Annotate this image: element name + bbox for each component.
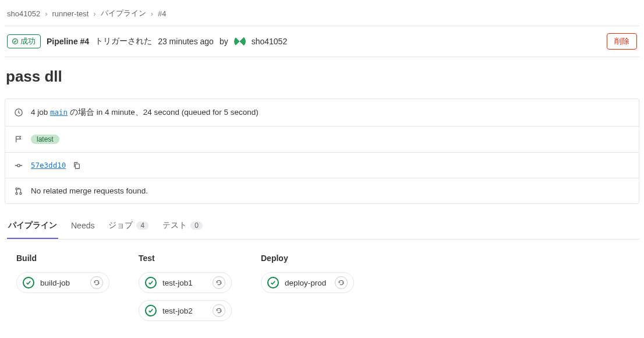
copy-icon[interactable]	[73, 161, 81, 170]
job-name: build-job	[40, 279, 84, 287]
pipeline-id: Pipeline #4	[47, 37, 89, 46]
stage-build: Build build-job	[16, 254, 109, 321]
jobs-count-badge: 4	[136, 221, 148, 230]
time-ago: 23 minutes ago	[158, 37, 214, 46]
chevron-right-icon: ›	[93, 9, 95, 18]
retry-icon[interactable]	[90, 276, 103, 289]
job-pill[interactable]: test-job1	[139, 272, 232, 293]
status-label: 成功	[20, 36, 36, 47]
breadcrumb-id: #4	[158, 9, 166, 18]
commit-icon	[15, 161, 24, 170]
job-pill[interactable]: build-job	[16, 272, 109, 293]
pipeline-graph: Build build-job Test test-job1	[5, 240, 639, 335]
retry-icon[interactable]	[213, 304, 225, 317]
retry-icon[interactable]	[335, 276, 348, 289]
branch-link[interactable]: main	[50, 108, 68, 117]
status-bar: 成功 Pipeline #4 トリガーされた 23 minutes ago by…	[5, 26, 639, 57]
svg-rect-3	[76, 164, 80, 168]
latest-badge: latest	[31, 135, 59, 144]
chevron-right-icon: ›	[45, 9, 47, 18]
tab-jobs[interactable]: ジョブ 4	[107, 214, 150, 239]
username[interactable]: sho41052	[252, 37, 288, 46]
stage-title: Build	[16, 254, 109, 263]
job-pill[interactable]: deploy-prod	[261, 272, 354, 293]
job-name: deploy-prod	[285, 279, 329, 287]
stage-title: Test	[139, 254, 232, 263]
tabs: パイプライン Needs ジョブ 4 テスト 0	[5, 214, 639, 240]
commit-link[interactable]: 57e3dd10	[31, 161, 66, 170]
stage-deploy: Deploy deploy-prod	[261, 254, 354, 321]
job-name: test-job1	[162, 279, 207, 287]
job-pill[interactable]: test-job2	[139, 300, 232, 321]
check-circle-icon	[145, 277, 157, 288]
breadcrumb-owner[interactable]: sho41052	[7, 9, 40, 18]
jobs-summary: 4 job main の場合 in 4 minute、24 second (qu…	[31, 107, 259, 118]
job-name: test-job2	[162, 307, 207, 315]
svg-point-6	[20, 192, 22, 194]
status-badge: 成功	[7, 34, 41, 48]
by-label: by	[220, 37, 228, 46]
breadcrumb-section[interactable]: パイプライン	[101, 8, 146, 19]
tests-count-badge: 0	[190, 221, 203, 230]
check-circle-icon	[12, 38, 18, 44]
svg-point-2	[17, 164, 20, 166]
no-merge-requests: No related merge requests found.	[31, 186, 148, 195]
stage-title: Deploy	[261, 254, 354, 263]
check-circle-icon	[145, 305, 157, 316]
avatar[interactable]	[234, 36, 246, 47]
tab-tests[interactable]: テスト 0	[161, 214, 204, 239]
stage-test: Test test-job1 test-job2	[139, 254, 232, 321]
info-panel: 4 job main の場合 in 4 minute、24 second (qu…	[5, 98, 639, 204]
merge-request-icon	[15, 187, 24, 195]
delete-button[interactable]: 削除	[607, 33, 637, 50]
breadcrumb: sho41052 › runner-test › パイプライン › #4	[5, 5, 639, 26]
svg-point-4	[16, 188, 17, 189]
svg-point-5	[16, 192, 17, 194]
retry-icon[interactable]	[213, 276, 225, 289]
chevron-right-icon: ›	[151, 9, 153, 18]
triggered-label: トリガーされた	[95, 36, 152, 47]
check-circle-icon	[267, 277, 279, 288]
tab-pipeline[interactable]: パイプライン	[7, 214, 58, 239]
tab-needs[interactable]: Needs	[70, 215, 95, 238]
check-circle-icon	[23, 277, 34, 288]
clock-icon	[15, 108, 24, 117]
breadcrumb-project[interactable]: runner-test	[52, 9, 89, 18]
flag-icon	[15, 135, 24, 143]
page-title: pass dll	[6, 68, 638, 86]
